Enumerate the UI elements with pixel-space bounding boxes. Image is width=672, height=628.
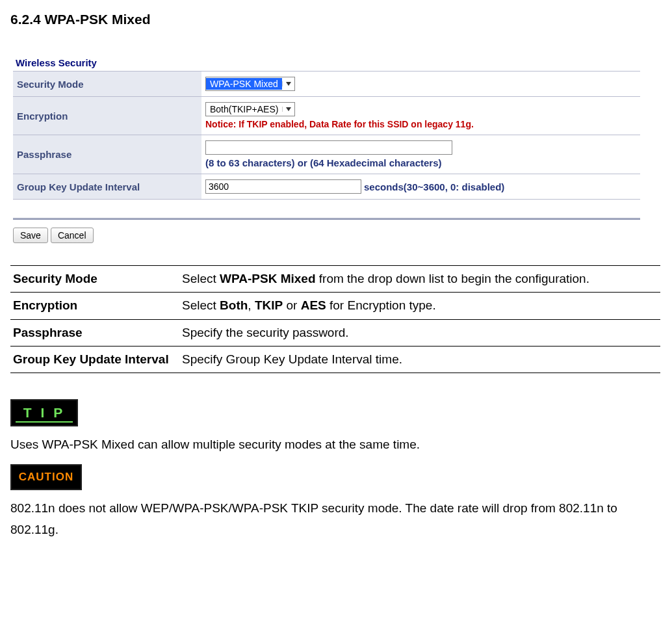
passphrase-hint: (8 to 63 characters) or (64 Hexadecimal … xyxy=(205,157,636,168)
row-group-key-interval: Group Key Update Interval seconds(30~360… xyxy=(13,174,640,200)
encryption-notice: Notice: If TKIP enabled, Data Rate for t… xyxy=(205,119,636,129)
row-security-mode: Security Mode WPA-PSK Mixed xyxy=(13,71,640,96)
save-button[interactable]: Save xyxy=(13,228,48,243)
desc-term: Security Mode xyxy=(10,266,179,293)
chevron-down-icon xyxy=(282,81,294,86)
cancel-button[interactable]: Cancel xyxy=(51,228,94,243)
desc-text: Specify the security password. xyxy=(179,319,660,346)
passphrase-input[interactable] xyxy=(205,140,452,155)
panel-title: Wireless Security xyxy=(13,53,640,71)
encryption-select[interactable]: Both(TKIP+AES) xyxy=(205,102,295,116)
group-key-interval-hint: seconds(30~3600, 0: disabled) xyxy=(364,181,504,192)
section-heading: 6.2.4 WPA-PSK Mixed xyxy=(10,12,662,27)
label-group-key-interval: Group Key Update Interval xyxy=(13,174,201,199)
chevron-down-icon xyxy=(282,107,294,112)
separator xyxy=(13,218,640,220)
svg-marker-0 xyxy=(286,82,291,86)
tip-icon: T I P xyxy=(10,399,78,426)
button-row: Save Cancel xyxy=(13,228,640,250)
row-encryption: Encryption Both(TKIP+AES) Notice: If TKI… xyxy=(13,96,640,135)
label-passphrase: Passphrase xyxy=(13,135,201,174)
desc-text: Select WPA-PSK Mixed from the drop down … xyxy=(179,266,660,293)
svg-marker-1 xyxy=(286,107,291,111)
label-security-mode: Security Mode xyxy=(13,72,201,96)
label-encryption: Encryption xyxy=(13,97,201,135)
table-row: Passphrase Specify the security password… xyxy=(10,319,660,346)
table-row: Encryption Select Both, TKIP or AES for … xyxy=(10,293,660,319)
group-key-interval-input[interactable] xyxy=(205,179,361,194)
wireless-security-panel: Wireless Security Security Mode WPA-PSK … xyxy=(13,53,640,250)
desc-term: Passphrase xyxy=(10,319,179,346)
tip-text: Uses WPA-PSK Mixed can allow multiple se… xyxy=(10,434,662,455)
row-passphrase: Passphrase (8 to 63 characters) or (64 H… xyxy=(13,135,640,174)
table-row: Group Key Update Interval Specify Group … xyxy=(10,346,660,373)
desc-term: Group Key Update Interval xyxy=(10,346,179,373)
desc-text: Select Both, TKIP or AES for Encryption … xyxy=(179,293,660,319)
description-table: Security Mode Select WPA-PSK Mixed from … xyxy=(10,265,660,373)
caution-icon: CAUTION xyxy=(10,464,82,490)
security-mode-select[interactable]: WPA-PSK Mixed xyxy=(205,77,295,91)
desc-term: Encryption xyxy=(10,293,179,319)
caution-text: 802.11n does not allow WEP/WPA-PSK/WPA-P… xyxy=(10,498,662,540)
table-row: Security Mode Select WPA-PSK Mixed from … xyxy=(10,266,660,293)
desc-text: Specify Group Key Update Interval time. xyxy=(179,346,660,373)
